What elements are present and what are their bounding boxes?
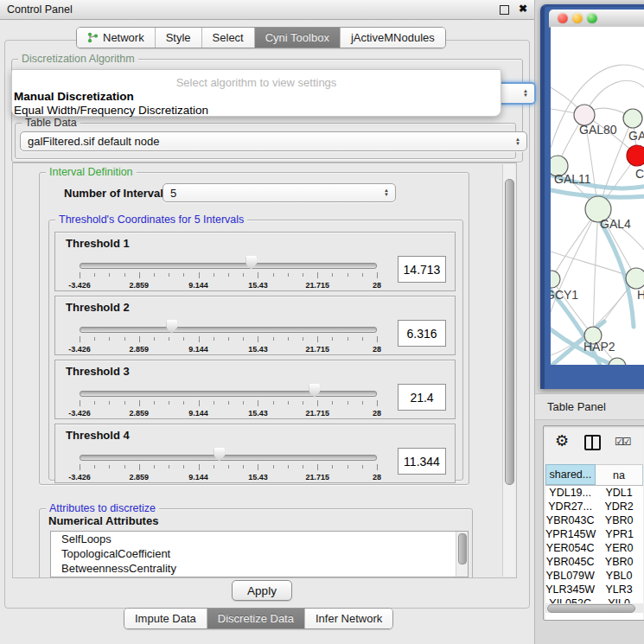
table-row[interactable]: YPR145WYPR1	[545, 527, 643, 541]
threshold-slider[interactable]: -3.4262.8599.14415.4321.71528	[80, 447, 377, 481]
num-intervals-value: 5	[170, 187, 176, 200]
network-canvas[interactable]: GAL80 GA C GAL11 GAL4 GCY1 H HAP2	[551, 27, 644, 365]
attribute-list-item[interactable]: TopologicalCoefficient	[51, 546, 468, 561]
settings-scrollbar-thumb[interactable]	[505, 179, 514, 485]
table-cell[interactable]: YDR27...	[545, 500, 595, 513]
attributes-list[interactable]: SelfLoopsTopologicalCoefficientBetweenne…	[50, 531, 469, 577]
node-table[interactable]: shared... na YDL19...YDL1YDR27...YDR2YBR…	[545, 464, 643, 620]
network-node	[623, 109, 642, 128]
dropdown-item-equal-width[interactable]: Equal Width/Frequency Discretization	[14, 104, 208, 117]
table-cell[interactable]: YPR1	[596, 527, 643, 541]
table-toolbar: ⚙ ☑☑	[544, 426, 644, 457]
tab-network-label: Network	[103, 31, 144, 44]
tab-jactivemnodules[interactable]: jActiveMNodules	[341, 28, 445, 48]
thresholds-group-title: Threshold's Coordinates for 5 Intervals	[55, 214, 247, 226]
table-cell[interactable]: YDL1	[595, 486, 643, 500]
tab-style[interactable]: Style	[156, 28, 202, 48]
threshold-slider[interactable]: -3.4262.8599.14415.4321.71528	[80, 383, 377, 418]
column-header-name[interactable]: na	[596, 464, 643, 485]
slider-track[interactable]	[80, 327, 377, 333]
network-view-window: GAL80 GA C GAL11 GAL4 GCY1 H HAP2	[540, 4, 644, 389]
threshold-value: 6.316	[406, 327, 437, 341]
close-traffic-light-icon[interactable]	[558, 13, 568, 23]
table-cell[interactable]: YBR0	[595, 555, 643, 569]
tab-network[interactable]: Network	[77, 28, 156, 48]
list-scrollbar[interactable]	[456, 532, 468, 577]
tab-infer-network[interactable]: Infer Network	[305, 609, 392, 628]
node-label: H	[637, 288, 644, 302]
zoom-traffic-light-icon[interactable]	[587, 13, 597, 23]
gear-icon[interactable]: ⚙	[555, 431, 569, 450]
minimize-traffic-light-icon[interactable]	[572, 13, 583, 23]
tab-discretize-data[interactable]: Discretize Data	[207, 609, 305, 628]
combo-arrows-icon: ▲▼	[523, 89, 528, 98]
threshold-value: 11.344	[404, 455, 440, 469]
table-data-combo[interactable]: galFiltered.sif default node ▲▼	[20, 131, 527, 151]
column-header-shared-name[interactable]: shared...	[545, 464, 596, 485]
slider-track[interactable]	[80, 455, 377, 461]
table-data-group: Table Data galFiltered.sif default node …	[15, 123, 516, 159]
table-hscrollbar[interactable]	[545, 603, 643, 613]
threshold-label: Threshold 2	[66, 301, 130, 314]
threshold-slider[interactable]: -3.4262.8599.14415.4321.71528	[80, 255, 377, 290]
table-hscrollbar-thumb[interactable]	[547, 604, 635, 613]
table-cell[interactable]: YDR2	[595, 500, 643, 513]
top-tab-bar: Network Style Select Cyni Toolbox jActiv…	[76, 27, 446, 48]
table-cell[interactable]: YPR145W	[545, 527, 596, 541]
node-label: GAL80	[579, 123, 617, 137]
table-panel-title: Table Panel	[547, 400, 606, 413]
table-row[interactable]: YDL19...YDL1	[545, 486, 643, 500]
table-rows: YDL19...YDL1YDR27...YDR2YBR043CYBR0YPR14…	[545, 486, 643, 610]
table-cell[interactable]: YBR0	[595, 513, 643, 527]
network-node	[626, 268, 644, 289]
slider-track[interactable]	[80, 263, 377, 269]
threshold-value-field[interactable]: 21.4	[398, 384, 446, 411]
num-intervals-combo[interactable]: 5 ▲▼	[163, 183, 396, 202]
threshold-value-field[interactable]: 14.713	[398, 256, 446, 283]
attribute-list-item[interactable]: BetweennessCentrality	[51, 561, 468, 576]
threshold-value: 14.713	[404, 263, 441, 277]
dropdown-placeholder: Select algorithm to view settings	[12, 76, 501, 89]
table-row[interactable]: YBR043CYBR0	[545, 513, 643, 527]
dropdown-item-manual[interactable]: Manual Discretization	[14, 90, 134, 103]
table-row[interactable]: YBR045CYBR0	[545, 555, 643, 569]
table-cell[interactable]: YBR045C	[545, 555, 595, 569]
table-row[interactable]: YBL079WYBL0	[545, 569, 643, 583]
bottom-tab-bar: Impute Data Discretize Data Infer Networ…	[124, 608, 393, 629]
threshold-value-field[interactable]: 11.344	[398, 448, 446, 475]
table-cell[interactable]: YLR3	[595, 583, 643, 596]
tab-cyni-toolbox[interactable]: Cyni Toolbox	[255, 28, 341, 48]
table-row[interactable]: YDR27...YDR2	[545, 500, 643, 513]
table-row[interactable]: YER054CYER0	[545, 541, 643, 555]
control-panel: Control Panel ✖ Network Style Select Cyn…	[0, 0, 535, 644]
num-intervals-label: Number of Intervals	[64, 187, 169, 200]
table-header-row: shared... na	[545, 464, 643, 486]
attributes-list-items: SelfLoopsTopologicalCoefficientBetweenne…	[51, 532, 468, 576]
close-icon[interactable]: ✖	[519, 3, 527, 15]
table-cell[interactable]: YBL0	[595, 569, 643, 583]
slider-track[interactable]	[80, 391, 377, 397]
table-cell[interactable]: YDL19...	[545, 486, 595, 500]
threshold-slider[interactable]: -3.4262.8599.14415.4321.71528	[80, 319, 377, 354]
select-columns-checkboxes-icon[interactable]: ☑☑	[615, 436, 630, 448]
thresholds-list: Threshold 1 -3.4262.8599.14415.4321.7152…	[49, 232, 462, 483]
apply-button[interactable]: Apply	[232, 580, 292, 601]
table-row[interactable]: YLR345WYLR3	[545, 583, 643, 596]
attribute-list-item[interactable]: SelfLoops	[51, 532, 468, 546]
table-cell[interactable]: YER0	[595, 541, 643, 555]
tab-select[interactable]: Select	[202, 28, 255, 48]
table-cell[interactable]: YLR345W	[545, 583, 595, 596]
table-cell[interactable]: YBR043C	[545, 513, 595, 527]
slider-ticks	[80, 464, 377, 472]
split-columns-icon[interactable]	[584, 435, 601, 450]
float-icon[interactable]	[500, 5, 509, 15]
node-label: HAP2	[583, 340, 615, 354]
threshold-value-field[interactable]: 6.316	[398, 320, 446, 347]
list-scrollbar-thumb[interactable]	[458, 533, 467, 564]
settings-scrollbar[interactable]	[502, 164, 515, 577]
tab-impute-data[interactable]: Impute Data	[124, 609, 207, 628]
table-cell[interactable]: YER054C	[545, 541, 595, 555]
slider-ticks	[80, 272, 377, 280]
table-cell[interactable]: YBL079W	[545, 569, 595, 583]
node-label: GA	[628, 129, 644, 143]
